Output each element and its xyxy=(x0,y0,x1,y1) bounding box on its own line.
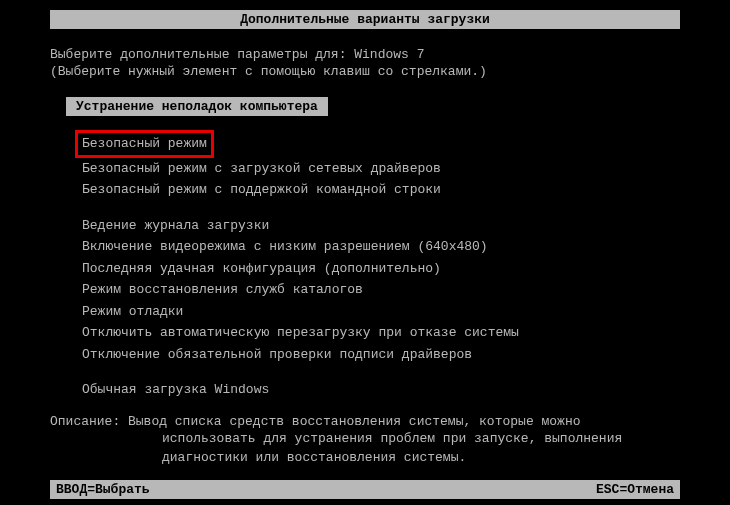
content-area: Выберите дополнительные параметры для: W… xyxy=(0,29,730,468)
menu-item-normal-start[interactable]: Обычная загрузка Windows xyxy=(82,380,680,400)
description-text-3: диагностики или восстановления системы. xyxy=(162,448,680,468)
menu-item-safe-mode-cmd[interactable]: Безопасный режим с поддержкой командной … xyxy=(82,180,680,200)
menu-item-disable-auto-restart[interactable]: Отключить автоматическую перезагрузку пр… xyxy=(82,323,680,343)
menu-item-disable-driver-sig[interactable]: Отключение обязательной проверки подписи… xyxy=(82,345,680,365)
spacer xyxy=(82,202,680,216)
menu-item-ds-restore[interactable]: Режим восстановления служб каталогов xyxy=(82,280,680,300)
menu-item-last-known-good[interactable]: Последняя удачная конфигурация (дополнит… xyxy=(82,259,680,279)
description-section: Описание: Вывод списка средств восстанов… xyxy=(50,414,680,468)
title-bar: Дополнительные варианты загрузки xyxy=(50,10,680,29)
footer-bar: ВВОД=Выбрать ESC=Отмена xyxy=(50,480,680,499)
footer-esc-hint: ESC=Отмена xyxy=(596,482,674,497)
repair-computer-label: Устранение неполадок компьютера xyxy=(76,99,318,114)
safe-mode-highlight-box: Безопасный режим xyxy=(75,130,214,158)
description-text-2: использовать для устранения проблем при … xyxy=(162,429,680,449)
menu-item-low-res[interactable]: Включение видеорежима с низким разрешени… xyxy=(82,237,680,257)
page-title: Дополнительные варианты загрузки xyxy=(240,12,490,27)
footer-enter-hint: ВВОД=Выбрать xyxy=(56,482,150,497)
menu-item-boot-logging[interactable]: Ведение журнала загрузки xyxy=(82,216,680,236)
menu-item-debug-mode[interactable]: Режим отладки xyxy=(82,302,680,322)
menu-item-safe-mode-network[interactable]: Безопасный режим с загрузкой сетевых дра… xyxy=(82,159,680,179)
description-text-1: Вывод списка средств восстановления сист… xyxy=(128,414,580,429)
boot-options-menu: Безопасный режим Безопасный режим с загр… xyxy=(82,130,680,400)
instruction-line-1: Выберите дополнительные параметры для: W… xyxy=(50,47,680,62)
spacer xyxy=(82,366,680,380)
repair-computer-option[interactable]: Устранение неполадок компьютера xyxy=(66,97,328,116)
instruction-line-2: (Выберите нужный элемент с помощью клави… xyxy=(50,64,680,79)
menu-item-safe-mode[interactable]: Безопасный режим xyxy=(82,136,207,151)
description-label: Описание: xyxy=(50,414,128,429)
